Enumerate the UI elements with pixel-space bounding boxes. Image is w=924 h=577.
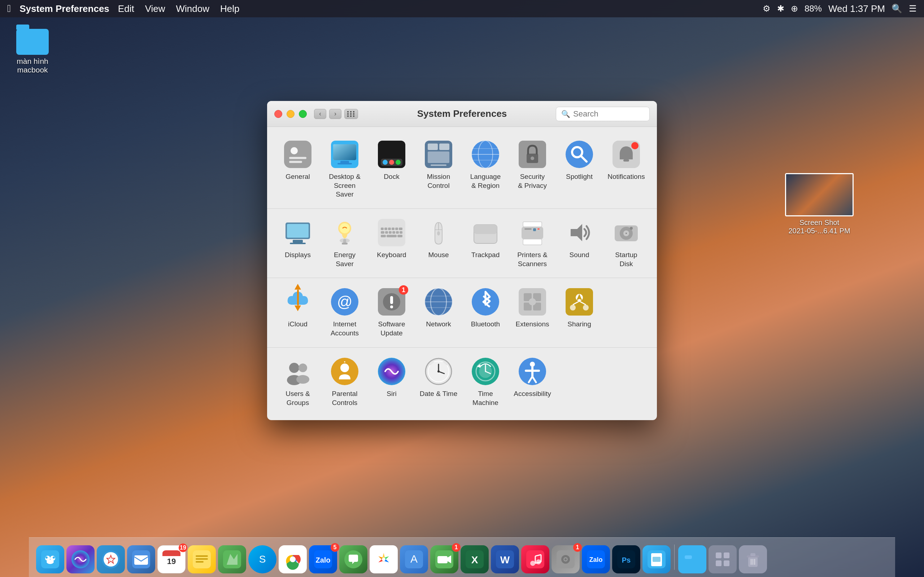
dock-facetime[interactable]: 1 <box>430 545 459 574</box>
pref-siri[interactable]: Siri <box>368 353 415 402</box>
desktop-screenshot[interactable]: Screen Shot2021-05-...6.41 PM <box>783 173 855 235</box>
search-input[interactable] <box>573 109 644 119</box>
svg-point-172 <box>530 561 535 566</box>
svg-rect-35 <box>293 240 303 243</box>
dock-excel[interactable]: X <box>460 545 489 574</box>
pref-bluetooth[interactable]: Bluetooth <box>462 284 509 332</box>
svg-rect-137 <box>134 555 148 565</box>
svg-point-105 <box>296 375 309 384</box>
forward-button[interactable]: › <box>329 109 341 119</box>
pref-mouse[interactable]: Mouse <box>415 214 462 263</box>
pref-timemachine[interactable]: TimeMachine <box>462 353 509 411</box>
pref-mission[interactable]: MissionControl <box>415 136 462 193</box>
dock-photos[interactable] <box>370 545 398 574</box>
dock-icon-container <box>377 140 406 169</box>
pref-notifications[interactable]: Notifications <box>603 136 650 185</box>
pref-icloud[interactable]: iCloud <box>274 284 321 332</box>
maximize-button[interactable] <box>299 110 307 118</box>
pref-displays[interactable]: Displays <box>274 214 321 263</box>
bluetooth-icon[interactable]: ✱ <box>777 3 784 14</box>
pref-extensions[interactable]: Extensions <box>509 284 556 332</box>
dock-zalo2[interactable]: Zalo <box>582 545 610 574</box>
dock-sysprefs[interactable]: 1 <box>551 545 580 574</box>
parental-label: ParentalControls <box>332 390 358 407</box>
svg-rect-54 <box>396 231 399 234</box>
apple-menu[interactable]:  <box>7 3 11 15</box>
svg-rect-144 <box>195 558 208 560</box>
dock-chrome[interactable] <box>279 545 307 574</box>
dock-finder[interactable] <box>36 545 64 574</box>
svg-rect-67 <box>533 228 536 231</box>
grid-view-button[interactable] <box>344 109 358 119</box>
dock-trash[interactable] <box>739 545 767 574</box>
pref-parental[interactable]: ParentalControls <box>321 353 368 411</box>
pref-security[interactable]: Security& Privacy <box>509 136 556 193</box>
dock-photoshop[interactable]: Ps <box>612 545 640 574</box>
dock-safari[interactable] <box>97 545 125 574</box>
pref-spotlight[interactable]: Spotlight <box>556 136 603 185</box>
dock-zalo[interactable]: Zalo 5 <box>309 545 337 574</box>
printers-label: Printers &Scanners <box>517 251 547 268</box>
icons-row-2: Displays <box>267 209 657 278</box>
dock-preview[interactable] <box>643 545 670 574</box>
pref-network[interactable]: Network <box>415 284 462 332</box>
menu-help[interactable]: Help <box>220 3 239 15</box>
svg-rect-46 <box>388 227 391 230</box>
pref-sound[interactable]: Sound <box>556 214 603 263</box>
dock: 19 19 S <box>29 537 895 577</box>
dock-messages[interactable] <box>339 545 367 574</box>
dock-calendar[interactable]: 19 19 <box>157 545 186 574</box>
grid-dots-icon <box>347 111 355 117</box>
svg-rect-34 <box>287 224 309 238</box>
search-icon[interactable]: 🔍 <box>892 3 902 14</box>
pref-keyboard[interactable]: Keyboard <box>368 214 415 263</box>
svg-point-117 <box>438 371 439 372</box>
pref-general[interactable]: General <box>274 136 321 185</box>
search-icon: 🔍 <box>561 110 570 118</box>
datetime-label: Date & Time <box>420 390 458 398</box>
startup-icon-container <box>612 218 641 247</box>
pref-desktop[interactable]: Desktop &Screen Saver <box>321 136 368 203</box>
pref-language[interactable]: Language& Region <box>462 136 509 193</box>
dock-siri[interactable] <box>66 545 95 574</box>
menu-view[interactable]: View <box>145 3 165 15</box>
dock-appstore[interactable]: A <box>400 545 428 574</box>
pref-printers[interactable]: Printers &Scanners <box>509 214 556 272</box>
wifi-icon[interactable]: ⊕ <box>791 3 798 14</box>
close-button[interactable] <box>274 110 282 118</box>
svg-rect-193 <box>716 561 722 566</box>
pref-trackpad[interactable]: Trackpad <box>462 214 509 263</box>
search-box[interactable]: 🔍 <box>556 107 650 121</box>
battery-level: 88% <box>804 3 822 14</box>
pref-datetime[interactable]: 18 Date & Time <box>415 353 462 402</box>
desktop:  System Preferences Edit View Window He… <box>0 0 924 577</box>
pref-software[interactable]: 1 SoftwareUpdate <box>368 284 415 341</box>
svg-rect-192 <box>724 553 729 558</box>
desktop-folder[interactable]: màn hình macbook <box>11 29 54 74</box>
svg-rect-95 <box>565 288 593 316</box>
pref-sharing[interactable]: Sharing <box>556 284 603 332</box>
dock-notes[interactable] <box>188 545 216 574</box>
minimize-button[interactable] <box>287 110 294 118</box>
dock-grid[interactable] <box>709 545 737 574</box>
pref-internet[interactable]: @ InternetAccounts <box>321 284 368 341</box>
pref-users[interactable]: Users &Groups <box>274 353 321 411</box>
dock-word[interactable]: W <box>491 545 519 574</box>
svg-text:S: S <box>259 554 266 565</box>
svg-rect-143 <box>195 555 208 557</box>
dock-mail[interactable] <box>127 545 155 574</box>
pref-accessibility[interactable]: Accessibility <box>509 353 556 402</box>
pref-startup[interactable]: StartupDisk <box>603 214 650 272</box>
back-button[interactable]: ‹ <box>314 109 326 119</box>
dock-maps[interactable] <box>218 545 246 574</box>
svg-rect-58 <box>397 235 402 237</box>
dock-folder[interactable] <box>678 545 706 574</box>
dock-skype[interactable]: S <box>248 545 276 574</box>
menu-window[interactable]: Window <box>176 3 209 15</box>
pref-energy[interactable]: EnergySaver <box>321 214 368 272</box>
siri-icon[interactable]: ⚙ <box>762 3 771 14</box>
control-center-icon[interactable]: ☰ <box>909 3 917 14</box>
pref-dock[interactable]: Dock <box>368 136 415 185</box>
menu-edit[interactable]: Edit <box>118 3 134 15</box>
dock-music[interactable] <box>521 545 549 574</box>
